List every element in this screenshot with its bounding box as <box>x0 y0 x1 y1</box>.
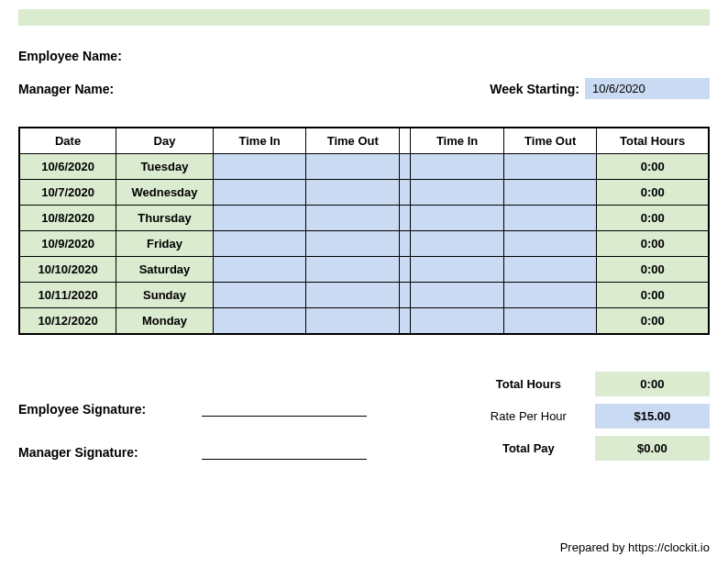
cell-time-in-1[interactable] <box>213 206 306 231</box>
cell-time-in-2[interactable] <box>411 257 504 283</box>
header-bar <box>18 9 710 26</box>
rate-per-hour-label: Rate Per Hour <box>462 404 595 429</box>
rate-per-hour-value[interactable]: $15.00 <box>595 404 710 429</box>
cell-time-out-2[interactable] <box>503 154 597 180</box>
cell-time-in-2[interactable] <box>411 231 504 257</box>
table-row: 10/12/2020Monday0:00 <box>19 308 709 335</box>
cell-gap <box>400 257 411 283</box>
week-starting-value[interactable]: 10/6/2020 <box>585 78 710 99</box>
col-time-in-1: Time In <box>213 128 306 154</box>
cell-total-hours: 0:00 <box>597 206 709 231</box>
cell-day: Tuesday <box>116 154 214 180</box>
cell-day: Thursday <box>116 206 214 231</box>
table-row: 10/7/2020Wednesday0:00 <box>19 180 709 206</box>
cell-time-in-2[interactable] <box>411 308 504 335</box>
cell-time-in-1[interactable] <box>213 308 306 335</box>
cell-total-hours: 0:00 <box>597 283 709 308</box>
cell-time-out-2[interactable] <box>503 180 597 206</box>
cell-time-out-1[interactable] <box>306 206 400 231</box>
cell-time-out-1[interactable] <box>306 257 400 283</box>
cell-time-in-2[interactable] <box>411 154 504 180</box>
manager-name-label: Manager Name: <box>18 82 114 96</box>
employee-signature-line[interactable] <box>202 399 367 417</box>
cell-time-out-2[interactable] <box>503 257 597 283</box>
cell-time-out-1[interactable] <box>306 308 400 335</box>
cell-date: 10/10/2020 <box>19 257 116 283</box>
total-hours-label: Total Hours <box>462 372 595 396</box>
footer-credit: Prepared by https://clockit.io <box>18 540 710 554</box>
cell-time-out-2[interactable] <box>503 308 597 335</box>
cell-gap <box>400 231 411 257</box>
cell-time-in-1[interactable] <box>213 231 306 257</box>
cell-date: 10/6/2020 <box>19 154 116 180</box>
cell-day: Friday <box>116 231 214 257</box>
cell-date: 10/8/2020 <box>19 206 116 231</box>
timesheet-table: Date Day Time In Time Out Time In Time O… <box>18 127 710 335</box>
manager-signature-label: Manager Signature: <box>18 445 202 460</box>
cell-gap <box>400 283 411 308</box>
cell-date: 10/11/2020 <box>19 283 116 308</box>
cell-time-in-1[interactable] <box>213 154 306 180</box>
table-row: 10/11/2020Sunday0:00 <box>19 283 709 308</box>
cell-total-hours: 0:00 <box>597 231 709 257</box>
table-row: 10/10/2020Saturday0:00 <box>19 257 709 283</box>
cell-time-out-1[interactable] <box>306 231 400 257</box>
cell-date: 10/12/2020 <box>19 308 116 335</box>
table-row: 10/9/2020Friday0:00 <box>19 231 709 257</box>
cell-gap <box>400 180 411 206</box>
col-gap <box>400 128 411 154</box>
col-time-in-2: Time In <box>411 128 504 154</box>
manager-signature-line[interactable] <box>202 442 367 460</box>
total-pay-label: Total Pay <box>462 436 595 461</box>
cell-time-in-2[interactable] <box>411 180 504 206</box>
col-total-hours: Total Hours <box>597 128 709 154</box>
cell-time-in-1[interactable] <box>213 283 306 308</box>
total-pay-value: $0.00 <box>595 436 710 461</box>
cell-time-out-2[interactable] <box>503 206 597 231</box>
cell-day: Sunday <box>116 283 214 308</box>
col-day: Day <box>116 128 214 154</box>
cell-date: 10/9/2020 <box>19 231 116 257</box>
cell-day: Monday <box>116 308 214 335</box>
col-time-out-1: Time Out <box>306 128 400 154</box>
cell-time-out-2[interactable] <box>503 283 597 308</box>
table-header-row: Date Day Time In Time Out Time In Time O… <box>19 128 709 154</box>
cell-time-out-1[interactable] <box>306 180 400 206</box>
cell-gap <box>400 308 411 335</box>
cell-day: Wednesday <box>116 180 214 206</box>
total-hours-value: 0:00 <box>595 372 710 396</box>
summary-block: Total Hours 0:00 Rate Per Hour $15.00 To… <box>462 372 710 485</box>
col-time-out-2: Time Out <box>503 128 597 154</box>
cell-time-in-1[interactable] <box>213 257 306 283</box>
week-starting-label: Week Starting: <box>490 82 579 96</box>
cell-total-hours: 0:00 <box>597 180 709 206</box>
cell-time-out-1[interactable] <box>306 283 400 308</box>
cell-time-in-2[interactable] <box>411 206 504 231</box>
employee-name-label: Employee Name: <box>18 49 122 63</box>
table-row: 10/8/2020Thursday0:00 <box>19 206 709 231</box>
employee-signature-label: Employee Signature: <box>18 402 202 417</box>
cell-date: 10/7/2020 <box>19 180 116 206</box>
col-date: Date <box>19 128 116 154</box>
table-row: 10/6/2020Tuesday0:00 <box>19 154 709 180</box>
cell-time-in-2[interactable] <box>411 283 504 308</box>
cell-time-out-2[interactable] <box>503 231 597 257</box>
cell-total-hours: 0:00 <box>597 154 709 180</box>
cell-day: Saturday <box>116 257 214 283</box>
cell-gap <box>400 154 411 180</box>
cell-time-out-1[interactable] <box>306 154 400 180</box>
cell-gap <box>400 206 411 231</box>
cell-total-hours: 0:00 <box>597 308 709 335</box>
cell-time-in-1[interactable] <box>213 180 306 206</box>
cell-total-hours: 0:00 <box>597 257 709 283</box>
